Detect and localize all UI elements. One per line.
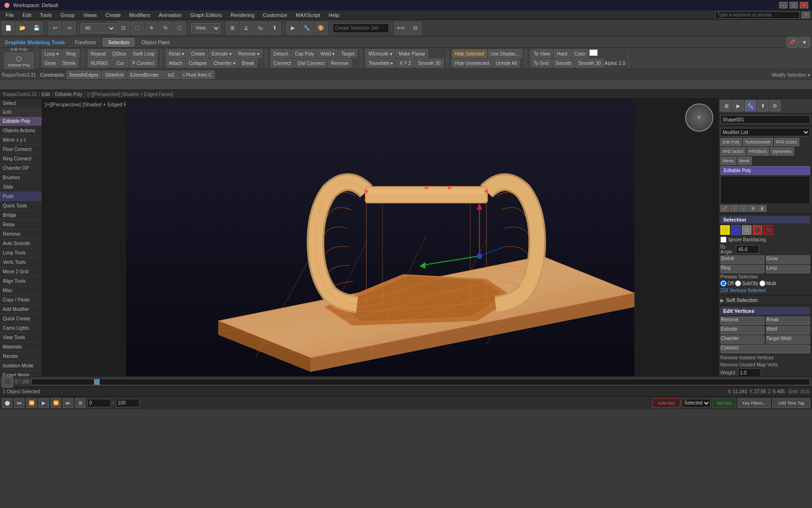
rs-tab-display[interactable]: 🖥 xyxy=(720,100,732,111)
sidebar-isolation-mode[interactable]: Isolation Mode xyxy=(0,361,42,371)
target-btn[interactable]: Target xyxy=(338,49,357,58)
sidebar-chamfer-op[interactable]: Chamfer OP xyxy=(0,164,42,173)
close-btn[interactable]: × xyxy=(800,2,808,8)
breadcrumb-edit[interactable]: Edit xyxy=(42,92,50,97)
open-btn[interactable]: 📂 xyxy=(16,22,29,35)
create-btn[interactable]: Create xyxy=(188,49,208,58)
sidebar-materials[interactable]: Materials xyxy=(0,342,42,352)
align-btn[interactable]: ⊟ xyxy=(408,22,422,35)
rs-tab-utilities[interactable]: ⚙ xyxy=(769,100,781,111)
hide-selected-btn[interactable]: Hide Selected xyxy=(452,49,487,58)
repeat-btn[interactable]: Repeat xyxy=(88,49,109,58)
grow-btn[interactable]: Grow xyxy=(42,59,59,67)
rs-tab-modify[interactable]: 🔧 xyxy=(745,100,756,111)
cut-btn[interactable]: Cut xyxy=(111,59,128,67)
collapse-btn[interactable]: Collapse xyxy=(186,59,210,67)
extrude-btn[interactable]: Extrude ▾ xyxy=(209,49,234,58)
material-editor-btn[interactable]: 🎨 xyxy=(314,22,328,35)
msmooth-btn[interactable]: MSmooth ▾ xyxy=(366,49,395,58)
sidebar-ring-connect[interactable]: Ring Connect xyxy=(0,154,42,164)
sidebar-relax[interactable]: Relax xyxy=(0,220,42,230)
sidebar-loop-tools[interactable]: Loop Tools xyxy=(0,248,42,258)
sidebar-view-tools[interactable]: View Tools xyxy=(0,333,42,342)
sidebar-align-tools[interactable]: Align Tools xyxy=(0,277,42,286)
smooth30b-btn[interactable]: Smooth 30 xyxy=(575,59,603,67)
to-grid-btn[interactable]: To Grid xyxy=(531,59,551,67)
modifier-list-dropdown[interactable]: Modifier List xyxy=(720,128,810,136)
color-label-btn[interactable]: Color xyxy=(571,49,588,58)
set-key-btn[interactable]: Set Key xyxy=(712,398,736,408)
tessellate-btn[interactable]: Tessellate ▾ xyxy=(366,59,396,67)
editpoly-btn[interactable]: ⬡ Editable Poly xyxy=(5,53,33,70)
render-setup-btn[interactable]: 🔧 xyxy=(300,22,313,35)
menu-maxscript[interactable]: MAXScript xyxy=(292,11,324,19)
undo-btn[interactable]: ↩ xyxy=(48,22,62,35)
subobj-element-btn[interactable]: ⬛ xyxy=(764,225,773,235)
view-dropdown[interactable]: ViewScreenWorld xyxy=(191,23,220,33)
xyzbuttons-btn[interactable]: X Y Z xyxy=(397,59,414,67)
object-name-input[interactable] xyxy=(720,115,810,124)
ev-extrude-btn[interactable]: Extrude xyxy=(720,326,765,334)
modifier-turbsmooth-btn[interactable]: TurboSmooth xyxy=(743,138,773,146)
sidebar-auto-smooth[interactable]: Auto Smooth xyxy=(0,239,42,248)
menu-group[interactable]: Group xyxy=(56,11,78,19)
cap-poly-btn[interactable]: Cap Poly xyxy=(292,49,317,58)
sidebar-mirror[interactable]: Mirror x y z xyxy=(0,135,42,145)
ribbon-pin-btn[interactable]: 📌 xyxy=(787,37,798,48)
menu-graph-editors[interactable]: Graph Editors xyxy=(187,11,226,19)
unhide-all-btn[interactable]: Unhide All xyxy=(493,59,520,67)
hide-unselected-btn[interactable]: Hide Unselected xyxy=(452,59,492,67)
anim-end-frame-input[interactable] xyxy=(116,399,140,407)
stack-up-btn[interactable]: ↑ xyxy=(730,205,738,212)
ring-btn[interactable]: Ring xyxy=(62,49,79,58)
connect-btn[interactable]: Connect xyxy=(271,59,294,67)
angle-snap-btn[interactable]: ∡ xyxy=(240,22,253,35)
scale-btn[interactable]: ⬡ xyxy=(173,22,186,35)
break-btn[interactable]: Break xyxy=(239,59,257,67)
minimize-btn[interactable]: − xyxy=(779,2,788,8)
remove-unused-btn[interactable]: Remove Unused Map Verts xyxy=(720,361,810,368)
slide-knit-btn[interactable]: SlideKnit xyxy=(102,71,126,79)
menu-rendering[interactable]: Rendering xyxy=(227,11,258,19)
timeline-prev-btn[interactable]: ⬛ xyxy=(2,376,13,388)
sidebar-misc[interactable]: Misc xyxy=(0,286,42,295)
select-btn[interactable]: ⊡ xyxy=(117,22,130,35)
sidebar-push[interactable]: Push xyxy=(0,192,42,201)
menu-help[interactable]: Help xyxy=(325,11,343,19)
subobj-border-btn[interactable]: ⬡ xyxy=(742,225,751,235)
loop-sel-btn[interactable]: Loop xyxy=(766,265,810,273)
by-angle-input[interactable] xyxy=(736,245,759,254)
timeline-track[interactable] xyxy=(31,379,810,385)
tab-object-paint[interactable]: Object Paint xyxy=(136,38,175,47)
to-view-btn[interactable]: To View xyxy=(531,49,553,58)
anim-next-frame-btn[interactable]: ⏩ xyxy=(51,398,61,408)
sidebar-select[interactable]: Select xyxy=(0,99,42,108)
ev-weld-btn[interactable]: Weld xyxy=(766,326,810,334)
anim-prev-frame-btn[interactable]: ⏪ xyxy=(26,398,37,408)
stack-config-btn[interactable]: ⚙ xyxy=(749,205,757,212)
sidebar-editable-poly[interactable]: Editable Poly xyxy=(0,117,42,126)
detach-btn[interactable]: Detach xyxy=(271,49,291,58)
color-swatch[interactable] xyxy=(589,49,598,56)
modifier-ffd222-btn[interactable]: FFD 2x2x2 xyxy=(774,138,799,146)
autokey-btn[interactable]: Auto Key xyxy=(652,398,680,408)
save-btn[interactable]: 💾 xyxy=(30,22,43,35)
new-btn[interactable]: 📄 xyxy=(2,22,15,35)
sidebar-move-2-grid[interactable]: Move 2 Grid xyxy=(0,267,42,277)
modifier-editpoly-btn[interactable]: Edit Poly xyxy=(720,138,742,146)
subobj-vertex-btn[interactable]: · xyxy=(720,225,730,235)
subobj-edge-btn[interactable]: ⟋ xyxy=(731,225,741,235)
menu-modifiers[interactable]: Modifiers xyxy=(125,11,154,19)
soft-selection-header[interactable]: ▶ Soft Selection xyxy=(720,297,810,303)
menu-animation[interactable]: Animation xyxy=(155,11,186,19)
timeline-slider[interactable] xyxy=(94,379,100,385)
ring-sel-btn[interactable]: Ring xyxy=(720,265,765,273)
smooth-loops-btn[interactable]: Smooth xyxy=(553,59,574,67)
ts2-btn[interactable]: ts2 xyxy=(163,71,180,79)
p-connect-btn[interactable]: P Connect xyxy=(129,59,157,67)
use-displac-btn[interactable]: Use Displac... xyxy=(488,49,523,58)
attach-btn[interactable]: Attach xyxy=(166,59,185,67)
menu-customize[interactable]: Customize xyxy=(259,11,291,19)
modifier-mirror-btn[interactable]: Mirror xyxy=(720,157,736,165)
sidebar-slide[interactable]: Slide xyxy=(0,183,42,192)
